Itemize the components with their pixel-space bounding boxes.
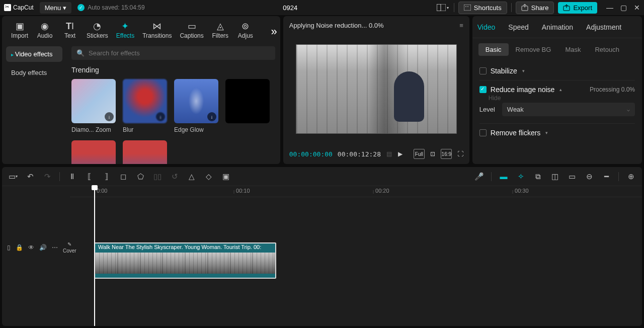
keyboard-icon [464,5,471,11]
effect-diamond-zoom[interactable]: ↓ Diamo... Zoom [71,79,116,133]
full-button[interactable]: Full [414,149,425,159]
rp-tab-speed[interactable]: Speed [507,18,529,36]
effect-label: Blur [123,126,167,133]
effect-item[interactable] [71,140,116,164]
rp-subtab-removebg[interactable]: Remove BG [509,43,558,56]
chevron-up-icon[interactable]: ▴ [559,87,562,92]
share-button[interactable]: Share [516,2,554,14]
mask-tool[interactable]: ⬠ [135,172,145,181]
effect-thumbnail [71,140,116,164]
export-button[interactable]: Export [558,2,597,14]
delete-left-button[interactable]: ⟦ [84,172,94,181]
download-icon[interactable]: ↓ [156,112,165,121]
tab-text[interactable]: TIText [57,18,83,42]
section-trending: Trending [71,66,275,74]
effect-label: Edge Glow [174,126,218,133]
more-icon[interactable]: ⋯ [52,244,58,251]
timeline-ruler[interactable]: 0:00 00:10 00:20 00:30 [70,186,642,197]
effect-thumbnail [123,140,167,164]
zoom-slider[interactable]: ━ [601,172,611,181]
rp-subtab-basic[interactable]: Basic [478,43,509,56]
split-button[interactable]: Ⅱ [67,172,77,181]
effect-edge-glow[interactable]: ↓ Edge Glow [174,79,218,133]
playhead[interactable] [94,186,95,326]
processing-text: Processing 0.0% [590,86,635,93]
eye-icon[interactable]: 👁 [28,244,34,251]
ratio-button[interactable]: 16:9 [441,149,452,159]
shortcuts-button[interactable]: Shortcuts [458,2,507,14]
hide-label: Hide [489,95,501,102]
svg-rect-2 [464,5,471,11]
freeze-button[interactable]: ▯▯ [152,172,163,181]
rp-tab-adjustment[interactable]: Adjustment [585,18,622,36]
tab-import[interactable]: ▣Import [7,18,32,42]
reverse-button[interactable]: ↺ [170,172,180,181]
shortcuts-label: Shortcuts [474,4,502,12]
timeline-clip[interactable]: Walk Near The Stylish Skyscraper. Young … [94,242,276,279]
fullscreen-icon[interactable]: ⛶ [457,149,463,159]
crop-tool[interactable]: ▣ [221,172,231,181]
lock-icon[interactable]: 🔒 [16,244,23,251]
download-icon[interactable]: ↓ [207,112,216,121]
preview-menu-button[interactable]: ≡ [459,22,463,29]
brand-text: CapCut [13,4,34,11]
level-select[interactable]: Weak ⌵ [502,103,635,116]
share-icon [521,4,528,11]
effect-item[interactable] [225,79,270,133]
preview-toggle[interactable]: ▭ [567,172,577,181]
tab-effects[interactable]: ✦Effects [112,18,138,42]
remove-flickers-checkbox[interactable] [479,129,487,136]
sidebar-body-effects[interactable]: Body effects [6,65,62,80]
record-button[interactable]: 🎤 [474,172,484,181]
divider [59,172,60,181]
magnet-auto-toggle[interactable]: ✧ [516,172,526,181]
minimize-button[interactable]: — [606,4,613,12]
rp-subtab-mask[interactable]: Mask [558,43,588,56]
tab-audio[interactable]: ◉Audio [32,18,57,42]
chevron-down-icon: ▾ [447,6,449,10]
magnet-main-toggle[interactable]: ▬ [499,172,509,181]
undo-button[interactable]: ↶ [25,172,35,181]
tab-adjust[interactable]: ⊚Adjus [233,18,258,42]
menu-button[interactable]: Menu ▾ [40,2,72,14]
link-toggle[interactable]: ⧉ [533,172,543,181]
tab-stickers[interactable]: ◔Stickers [83,18,112,42]
collapse-icon[interactable]: ▯ [7,244,11,251]
zoom-out-button[interactable]: ⊖ [584,172,594,181]
zoom-fit-button[interactable]: ⊕ [626,172,636,181]
reduce-noise-checkbox[interactable] [479,86,487,93]
mirror-button[interactable]: △ [187,172,197,181]
effect-item[interactable] [123,140,167,164]
rp-subtab-retouch[interactable]: Retouch [588,43,626,56]
compare-icon[interactable]: ▤ [386,149,392,159]
effect-thumbnail [225,79,270,123]
play-button[interactable]: ▶ [397,149,403,159]
crop-button[interactable]: ◻ [118,172,128,181]
rotate-button[interactable]: ◇ [204,172,214,181]
tab-filters[interactable]: ◬Filters [208,18,233,42]
layout-preset-button[interactable]: ▾ [436,2,450,13]
maximize-button[interactable]: ▢ [620,4,627,12]
stabilize-checkbox[interactable] [479,67,487,74]
rp-tab-video[interactable]: Video [476,18,497,36]
redo-button[interactable]: ↷ [42,172,52,181]
close-button[interactable]: ✕ [634,4,640,12]
delete-right-button[interactable]: ⟧ [101,172,111,181]
mute-icon[interactable]: 🔊 [39,244,47,251]
preview-content [394,71,424,122]
tab-transitions[interactable]: ⋈Transitions [138,18,176,42]
tab-captions[interactable]: ▭Captions [176,18,207,42]
reframe-icon[interactable]: ⊡ [430,149,436,159]
search-input[interactable]: 🔍 Search for effects [71,46,275,60]
preview-canvas[interactable] [296,44,457,134]
clip-label: Walk Near The Stylish Skyscraper. Young … [95,243,275,253]
download-icon[interactable]: ↓ [105,112,114,121]
selection-tool[interactable]: ▭▾ [8,172,18,181]
sidebar-video-effects[interactable]: Video effects [6,46,62,62]
snap-toggle[interactable]: ◫ [550,172,560,181]
effect-blur[interactable]: ↓ Blur [123,79,167,133]
chevron-down-icon[interactable]: ▾ [545,130,548,135]
rp-tab-animation[interactable]: Animation [541,18,574,36]
tabs-overflow-button[interactable]: » [271,25,277,38]
chevron-down-icon[interactable]: ▾ [522,68,525,73]
